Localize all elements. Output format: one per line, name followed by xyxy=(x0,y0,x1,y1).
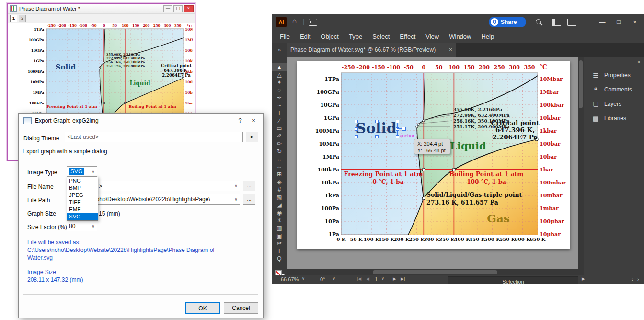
option-jpeg[interactable]: JPEG xyxy=(67,192,98,199)
menu-window[interactable]: Window xyxy=(449,33,471,40)
arrange-documents-icon[interactable] xyxy=(309,19,317,26)
dialog-titlebar[interactable]: Export Graph: expG2img ? × xyxy=(19,114,263,128)
menu-file[interactable]: File xyxy=(280,33,290,40)
image-type-combo[interactable]: SVG ∨ xyxy=(67,166,97,177)
rotation-value[interactable]: 0° xyxy=(320,276,325,282)
vertical-scrollbar[interactable] xyxy=(578,57,584,275)
option-emf[interactable]: EMF xyxy=(67,206,98,213)
type-tool[interactable]: T xyxy=(272,109,287,117)
panel-comments[interactable]: ❝ Comments xyxy=(584,82,644,97)
canvas[interactable]: °C Solid Liquid Gas Critical point 647.3… xyxy=(287,57,578,269)
artboard-number[interactable]: 1 xyxy=(375,276,378,282)
panel-layers[interactable]: ❏ Layers xyxy=(584,97,644,111)
tools-header[interactable]: … xyxy=(272,57,287,63)
collapse-panels-icon[interactable]: « xyxy=(637,58,641,65)
panel-layout-icon[interactable] xyxy=(567,19,576,26)
menu-effect[interactable]: Effect xyxy=(400,33,415,40)
menu-view[interactable]: View xyxy=(426,33,439,40)
theme-flyout-button[interactable]: ▶ xyxy=(246,132,258,142)
symbol-sprayer-tool[interactable]: ✳ xyxy=(272,217,287,224)
artboard[interactable]: °C Solid Liquid Gas Critical point 647.3… xyxy=(297,61,570,249)
artboard-dropdown-icon[interactable]: ∨ xyxy=(381,276,384,281)
maximize-button[interactable]: ▢ xyxy=(173,5,183,12)
column-graph-tool[interactable]: ▥ xyxy=(272,224,287,232)
file-name-browse-button[interactable]: ... xyxy=(243,181,255,191)
selection-handle[interactable] xyxy=(355,135,358,138)
curvature-tool[interactable]: ~ xyxy=(272,102,287,109)
minimize-button[interactable]: — xyxy=(163,5,172,12)
file-path-browse-button[interactable]: ... xyxy=(243,194,255,205)
text-object-selection[interactable] xyxy=(356,121,398,137)
tab-close-icon[interactable]: × xyxy=(449,46,452,53)
blend-tool[interactable]: ◉ xyxy=(272,209,287,217)
origin-titlebar[interactable]: Phase Diagram of Water * — ▢ × xyxy=(8,4,195,14)
next-artboard-icon[interactable]: ▶ xyxy=(393,276,396,281)
menu-help[interactable]: Help xyxy=(481,33,494,40)
rectangle-tool[interactable]: ▭ xyxy=(272,125,287,132)
vertical-scrollbar-thumb[interactable] xyxy=(579,60,583,108)
dialog-theme-combo[interactable]: <Last used> xyxy=(65,132,243,142)
text-outport-handle[interactable] xyxy=(402,127,406,131)
first-artboard-icon[interactable]: |◀ xyxy=(357,276,361,281)
horizontal-scrollbar[interactable] xyxy=(287,269,578,275)
home-icon[interactable]: ⌂ xyxy=(292,17,297,25)
help-button[interactable]: ? xyxy=(233,115,247,126)
size-factor-combo[interactable]: 80 ∨ xyxy=(67,221,97,231)
selection-handle[interactable] xyxy=(396,135,399,138)
paintbrush-tool[interactable]: ✐ xyxy=(272,132,287,140)
zoom-dropdown-icon[interactable]: ∨ xyxy=(302,276,305,281)
slice-tool[interactable]: ✂ xyxy=(272,240,287,247)
option-bmp[interactable]: BMP xyxy=(67,184,98,192)
lasso-tool[interactable]: ◌ xyxy=(272,86,287,94)
pen-tool[interactable]: ✒ xyxy=(272,94,287,102)
selection-tool[interactable]: ▲ xyxy=(272,63,287,71)
panel-properties[interactable]: ☰ Properties xyxy=(584,68,644,82)
scale-tool[interactable]: ↔ xyxy=(272,155,287,163)
menu-type[interactable]: Type xyxy=(349,33,362,40)
option-png[interactable]: PNG xyxy=(67,177,98,184)
zoom-level[interactable]: 66.67% xyxy=(281,276,299,282)
close-button[interactable]: × xyxy=(627,14,643,30)
width-tool[interactable]: ⇔ xyxy=(272,163,287,171)
prev-artboard-icon[interactable]: ◀ xyxy=(366,276,369,281)
selection-handle[interactable] xyxy=(375,120,379,123)
maximize-button[interactable]: □ xyxy=(610,14,627,30)
menu-select[interactable]: Select xyxy=(372,33,390,40)
horizontal-scrollbar-thumb[interactable] xyxy=(373,270,497,274)
line-segment-tool[interactable]: ∕ xyxy=(272,117,287,125)
free-transform-tool[interactable]: ⊞ xyxy=(272,171,287,178)
selection-handle[interactable] xyxy=(396,120,399,123)
selection-handle[interactable] xyxy=(355,120,358,123)
last-artboard-icon[interactable]: ▶| xyxy=(401,276,405,281)
magic-wand-tool[interactable]: ✦ xyxy=(272,79,287,86)
hand-tool[interactable]: ✛ xyxy=(272,247,287,255)
document-tab[interactable]: Phase Diagram of Water.svg* @ 66.67 % (R… xyxy=(287,43,456,57)
illustrator-titlebar[interactable]: Ai ⌂ | Q Share — □ × xyxy=(272,14,644,30)
scroll-right-icon[interactable]: › xyxy=(637,276,639,282)
option-tiff[interactable]: TIFF xyxy=(67,199,98,206)
artboard-tool[interactable]: ▣ xyxy=(272,232,287,240)
share-button[interactable]: Q Share xyxy=(489,17,526,27)
minimize-button[interactable]: — xyxy=(594,14,610,30)
layout-grid-icon[interactable] xyxy=(552,19,561,26)
toolbar-collapse-icon[interactable]: » xyxy=(272,43,287,57)
menu-object[interactable]: Object xyxy=(321,33,339,40)
panel-libraries[interactable]: ▤ Libraries xyxy=(584,111,644,126)
eyedropper-tool[interactable]: ◢ xyxy=(272,201,287,209)
selection-handle[interactable] xyxy=(375,135,379,138)
direct-selection-tool[interactable]: △ xyxy=(272,71,287,79)
close-button[interactable]: × xyxy=(184,5,194,12)
rotate-tool[interactable]: ↻ xyxy=(272,148,287,155)
selection-handle[interactable] xyxy=(355,127,358,131)
pencil-tool[interactable]: ✏ xyxy=(272,140,287,148)
page-tab-1[interactable]: 1 xyxy=(10,15,17,22)
dialog-close-button[interactable]: × xyxy=(247,115,260,126)
cancel-button[interactable]: Cancel xyxy=(224,302,258,314)
ok-button[interactable]: OK xyxy=(185,302,220,314)
gradient-tool[interactable]: ▧ xyxy=(272,194,287,201)
scroll-left-icon[interactable]: ‹ xyxy=(632,276,633,282)
status-options-icon[interactable]: ▶ xyxy=(582,276,585,281)
rotation-dropdown-icon[interactable]: ∨ xyxy=(333,276,335,281)
shape-builder-tool[interactable]: ◈ xyxy=(272,178,287,186)
option-svg[interactable]: SVG xyxy=(67,213,98,220)
